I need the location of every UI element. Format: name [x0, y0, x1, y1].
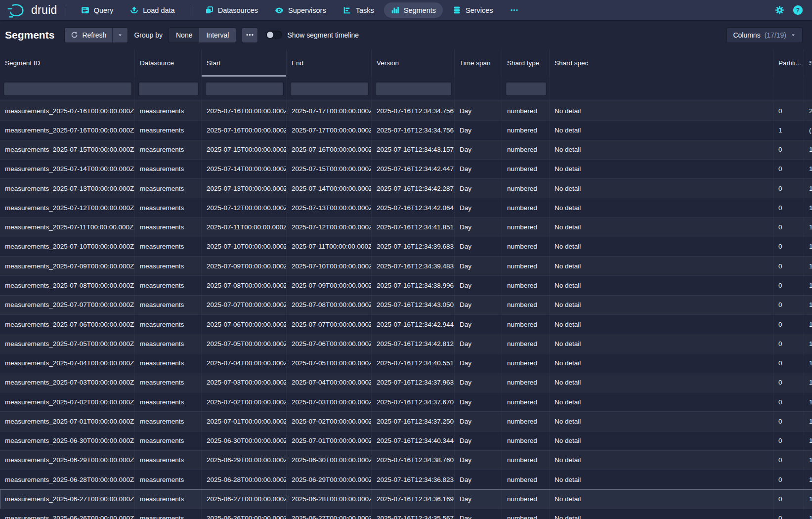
cell-shard_spec: No detail	[550, 509, 773, 519]
cell-version: 2025-07-16T12:34:42.447Z	[372, 160, 455, 178]
cell-shard_spec: No detail	[550, 218, 773, 237]
group-by-option-none[interactable]: None	[169, 28, 199, 43]
navbar-divider	[190, 5, 190, 16]
nav-item-services[interactable]: Services	[446, 2, 500, 18]
table-row[interactable]: measurements_2025-06-30T00:00:00.000Z...…	[0, 431, 812, 450]
cell-partition: 0	[773, 373, 804, 392]
column-header-time-span[interactable]: Time span	[455, 49, 502, 77]
nav-item-more[interactable]	[503, 2, 525, 18]
nav-item-segments[interactable]: Segments	[384, 2, 443, 18]
cell-end: 2025-07-11T00:00:00.000Z	[287, 237, 372, 256]
cell-size: 1	[804, 276, 812, 295]
table-row[interactable]: measurements_2025-07-09T00:00:00.000Z...…	[0, 256, 812, 275]
toggle-switch[interactable]	[266, 31, 282, 39]
table-row[interactable]: measurements_2025-07-02T00:00:00.000Z...…	[0, 392, 812, 411]
table-row[interactable]: measurements_2025-07-10T00:00:00.000Z...…	[0, 237, 812, 256]
version-filter-input[interactable]	[376, 82, 451, 95]
refresh-button[interactable]: Refresh	[65, 28, 112, 43]
cell-shard_type: numbered	[502, 470, 550, 489]
table-row[interactable]: measurements_2025-07-11T00:00:00.000Z...…	[0, 217, 812, 237]
nav-item-query[interactable]: Query	[74, 2, 121, 18]
table-row[interactable]: measurements_2025-07-06T00:00:00.000Z...…	[0, 314, 812, 334]
table-row[interactable]: measurements_2025-07-14T00:00:00.000Z...…	[0, 159, 812, 178]
cell-segment_id: measurements_2025-07-03T00:00:00.000Z...	[0, 373, 135, 392]
table-row[interactable]: measurements_2025-07-13T00:00:00.000Z...…	[0, 178, 812, 198]
cell-start: 2025-06-27T00:00:00.000Z	[202, 489, 287, 508]
column-header-start[interactable]: Start	[202, 49, 287, 77]
segment-id-filter-input[interactable]	[4, 82, 131, 95]
nav-item-tasks[interactable]: Tasks	[336, 2, 381, 18]
column-header-label: Start	[207, 59, 221, 67]
column-header-label: Datasource	[140, 59, 174, 67]
cell-partition: 0	[773, 179, 804, 198]
settings-gear-icon[interactable]	[775, 5, 784, 15]
cell-version: 2025-07-16T12:34:37.963Z	[372, 373, 455, 392]
table-row[interactable]: measurements_2025-07-12T00:00:00.000Z...…	[0, 198, 812, 217]
help-icon[interactable]: ?	[793, 5, 803, 15]
cell-version: 2025-07-16T12:34:36.823Z	[372, 470, 455, 489]
more-actions-button[interactable]	[242, 28, 257, 43]
cell-shard_type: numbered	[502, 198, 550, 217]
navbar-items: QueryLoad dataDatasourcesSupervisorsTask…	[73, 2, 527, 18]
cell-time_span: Day	[455, 198, 502, 217]
cell-datasource: measurements	[135, 121, 202, 139]
column-header-end[interactable]: End	[287, 49, 372, 77]
column-header-datasource[interactable]: Datasource	[135, 49, 202, 77]
cell-partition: 0	[773, 315, 804, 334]
cell-shard_type: numbered	[502, 489, 550, 508]
cell-version: 2025-07-16T12:34:42.944Z	[372, 315, 455, 334]
cell-end: 2025-06-28T00:00:00.000Z	[287, 489, 372, 508]
table-row[interactable]: measurements_2025-07-01T00:00:00.000Z...…	[0, 411, 812, 431]
shard-type-filter-input[interactable]	[506, 82, 546, 95]
cell-start: 2025-07-03T00:00:00.000Z	[202, 373, 287, 392]
column-header-version[interactable]: Version	[372, 49, 455, 77]
table-row[interactable]: measurements_2025-07-05T00:00:00.000Z...…	[0, 334, 812, 353]
datasource-filter-input[interactable]	[139, 82, 198, 95]
cell-time_span: Day	[455, 257, 502, 275]
table-row[interactable]: measurements_2025-07-04T00:00:00.000Z...…	[0, 353, 812, 372]
cell-shard_type: numbered	[502, 257, 550, 275]
nav-item-supervisors[interactable]: Supervisors	[268, 2, 333, 18]
nav-item-label: Datasources	[218, 6, 258, 14]
nav-item-datasources[interactable]: Datasources	[198, 2, 265, 18]
end-filter-input[interactable]	[291, 82, 368, 95]
group-by-control: NoneInterval	[169, 28, 236, 43]
cell-segment_id: measurements_2025-06-26T00:00:00.000Z...	[0, 509, 135, 519]
cell-shard_type: numbered	[502, 432, 550, 450]
table-row[interactable]: measurements_2025-07-07T00:00:00.000Z...…	[0, 295, 812, 314]
cell-start: 2025-07-12T00:00:00.000Z	[202, 198, 287, 217]
cell-shard_type: numbered	[502, 140, 550, 159]
nav-item-load-data[interactable]: Load data	[123, 2, 182, 18]
cell-time_span: Day	[455, 296, 502, 314]
cell-datasource: measurements	[135, 237, 202, 256]
cell-size: 1	[804, 489, 812, 508]
columns-button[interactable]: Columns (17/19)	[727, 28, 802, 43]
refresh-options-button[interactable]	[112, 28, 128, 43]
cell-end: 2025-07-07T00:00:00.000Z	[287, 315, 372, 334]
cell-start: 2025-06-28T00:00:00.000Z	[202, 470, 287, 489]
table-row[interactable]: measurements_2025-06-29T00:00:00.000Z...…	[0, 450, 812, 470]
table-row[interactable]: measurements_2025-06-26T00:00:00.000Z...…	[0, 509, 812, 519]
table-row[interactable]: measurements_2025-07-08T00:00:00.000Z...…	[0, 275, 812, 295]
filter-cell-time-span	[455, 77, 502, 100]
group-by-option-interval[interactable]: Interval	[199, 28, 236, 43]
column-header-segment-id[interactable]: Segment ID	[0, 49, 135, 77]
start-filter-input[interactable]	[206, 82, 283, 95]
column-header-shard-spec[interactable]: Shard spec	[550, 49, 773, 77]
cell-time_span: Day	[455, 218, 502, 237]
filter-cell-shard-type	[502, 77, 550, 100]
column-header-partiti[interactable]: Partiti...	[773, 49, 804, 77]
table-row[interactable]: measurements_2025-06-27T00:00:00.000Z...…	[0, 489, 812, 508]
column-header-shard-type[interactable]: Shard type	[502, 49, 550, 77]
cell-shard_spec: No detail	[550, 296, 773, 314]
chevron-down-icon	[117, 32, 123, 38]
table-row[interactable]: measurements_2025-07-15T00:00:00.000Z...…	[0, 140, 812, 159]
segment-timeline-toggle[interactable]: Show segment timeline	[266, 31, 359, 39]
table-row[interactable]: measurements_2025-06-28T00:00:00.000Z...…	[0, 470, 812, 489]
cell-shard_spec: No detail	[550, 353, 773, 372]
druid-brand[interactable]: druid	[7, 3, 57, 18]
column-header-s[interactable]: S	[804, 49, 812, 77]
table-row[interactable]: measurements_2025-07-03T00:00:00.000Z...…	[0, 373, 812, 392]
table-row[interactable]: measurements_2025-07-16T00:00:00.000Z...…	[0, 120, 812, 139]
table-row[interactable]: measurements_2025-07-16T00:00:00.000Z...…	[0, 101, 812, 120]
